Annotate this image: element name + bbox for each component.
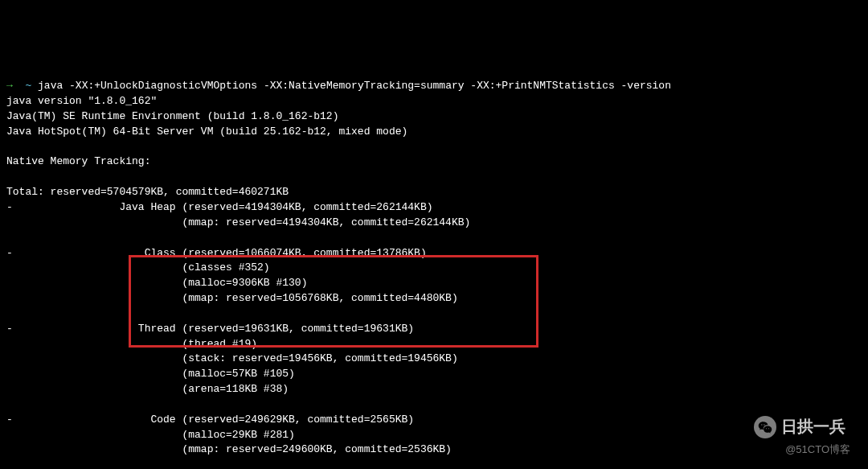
output-line: Java HotSpot(TM) 64-Bit Server VM (build… [6,125,407,138]
wechat-icon [754,416,776,438]
output-line: Native Memory Tracking: [6,155,150,167]
output-line: (mmap: reserved=4194304KB, committed=262… [6,216,470,228]
output-line: - Code (reserved=249629KB, committed=256… [6,413,414,426]
output-line: (thread #19) [6,338,257,350]
output-line: (malloc=29KB #281) [6,429,295,441]
output-line: - Class (reserved=1066074KB, committed=1… [6,247,427,259]
output-line: (malloc=57KB #105) [6,368,295,380]
watermark-logo: 日拱一兵 [754,415,845,438]
terminal-output: → ~ java -XX:+UnlockDiagnosticVMOptions … [6,64,862,469]
prompt-arrow: → [6,80,13,92]
watermark-title: 日拱一兵 [781,415,845,438]
output-line: - Java Heap (reserved=4194304KB, committ… [6,201,433,213]
output-line: (mmap: reserved=1056768KB, committed=448… [6,292,458,304]
output-line: Java(TM) SE Runtime Environment (build 1… [6,110,338,122]
watermark-subtitle: @51CTO博客 [785,442,850,458]
prompt-tilde: ~ [25,80,31,92]
output-line: (malloc=9306KB #130) [6,277,307,289]
output-line: (stack: reserved=19456KB, committed=1945… [6,352,458,364]
output-line: java version "1.8.0_162" [6,95,157,107]
output-line: - Thread (reserved=19631KB, committed=19… [6,323,414,335]
output-line: (mmap: reserved=249600KB, committed=2536… [6,443,452,455]
output-line: (classes #352) [6,261,270,274]
command-text: java -XX:+UnlockDiagnosticVMOptions -XX:… [38,80,671,92]
output-line: Total: reserved=5704579KB, committed=460… [6,186,289,198]
output-line: (arena=118KB #38) [6,383,289,395]
